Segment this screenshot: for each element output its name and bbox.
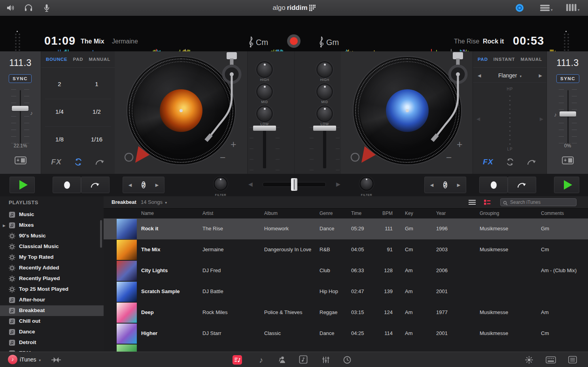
loop-cell-1-2[interactable]: 1/2 — [78, 108, 115, 117]
sidebar-item-chill-out[interactable]: Chill out — [0, 316, 104, 327]
volume-icon[interactable] — [6, 3, 15, 13]
table-row[interactable]: The MixJermaineDangerously In LoveR&B04:… — [104, 239, 588, 261]
bend-button-right[interactable] — [508, 177, 536, 193]
loop-cell-2[interactable]: 2 — [41, 81, 78, 89]
tab-genres-icon[interactable] — [321, 355, 331, 365]
eq-knob-low[interactable] — [318, 107, 332, 121]
table-row[interactable]: Rock itThe RiseHomeworkDance05:29111Gm19… — [104, 218, 588, 240]
tab-artists-icon[interactable] — [277, 355, 287, 365]
loop-decrease-button[interactable]: ◀ — [123, 183, 137, 188]
xy-pad[interactable] — [509, 96, 510, 145]
loop-icon[interactable] — [74, 157, 83, 167]
sidebar-item-classical-music[interactable]: Classical Music — [0, 241, 104, 252]
sidebar-item-edm[interactable]: EDM — [0, 348, 104, 352]
sidebar-item-mixes[interactable]: ▶Mixes — [0, 220, 104, 231]
list-view-icon[interactable] — [468, 199, 476, 205]
effect-next-button[interactable]: ▶ — [539, 73, 542, 78]
bend-icon[interactable] — [95, 158, 105, 166]
loop-increase-button[interactable]: ▶ — [150, 183, 164, 188]
tab-albums-icon[interactable] — [299, 355, 308, 365]
column-header-bpm[interactable]: BPM — [371, 209, 393, 218]
eq-knob-high[interactable] — [318, 62, 332, 77]
bend-icon[interactable] — [527, 158, 537, 166]
play-button-right[interactable] — [554, 177, 579, 193]
sidebar-scrollbar[interactable] — [100, 220, 102, 248]
record-button[interactable] — [287, 34, 301, 48]
tab-manual[interactable]: MANUAL — [89, 57, 110, 62]
brightness-icon[interactable] — [524, 355, 534, 365]
sidebar-item-recently-added[interactable]: Recently Added — [0, 263, 104, 273]
loop-cell-1-4[interactable]: 1/4 — [41, 108, 78, 117]
pitch-bend-minus-button[interactable]: − — [220, 153, 226, 161]
loop-cell-1-16[interactable]: 1/16 — [78, 136, 115, 145]
table-row[interactable]: HigherDJ StarrClassicDance04:25114Am2001… — [104, 323, 588, 344]
eq-knob-mid[interactable] — [257, 85, 272, 99]
mixer-view-icon[interactable]: ▾ — [566, 4, 582, 12]
loop-cell-1-8[interactable]: 1/8 — [41, 136, 78, 145]
sidebar-item-dance[interactable]: Dance — [0, 327, 104, 337]
volume-fader-right[interactable] — [313, 126, 336, 131]
eq-knob-low[interactable] — [257, 107, 272, 121]
column-header-name[interactable]: Name — [141, 209, 154, 218]
sync-button-right[interactable]: SYNC — [556, 74, 579, 83]
sidebar-item-detroit[interactable]: Detroit — [0, 337, 104, 348]
crossfader-handle[interactable] — [291, 178, 297, 191]
sidebar-item-recently-played[interactable]: Recently Played — [0, 273, 104, 284]
cue-button-right[interactable] — [479, 177, 508, 193]
loop-value[interactable]: 2 — [137, 181, 150, 189]
sync-button-left[interactable]: SYNC — [9, 74, 32, 83]
play-button-left[interactable] — [9, 177, 35, 193]
vinyl-disc-right[interactable] — [354, 57, 461, 164]
sidebar-item-music[interactable]: Music — [0, 209, 104, 220]
output-device-icon[interactable] — [15, 156, 26, 164]
tempo-slider-right[interactable] — [567, 90, 569, 143]
vinyl-disc-left[interactable] — [127, 57, 235, 164]
loop-icon[interactable] — [505, 157, 515, 167]
column-header-genre[interactable]: Genre — [320, 209, 333, 218]
tab-bounce[interactable]: BOUNCE — [46, 57, 68, 62]
loop-cell-1[interactable]: 1 — [78, 81, 115, 89]
column-header-comments[interactable]: Comments — [541, 209, 564, 218]
source-label[interactable]: iTunes ▾ — [20, 356, 41, 363]
loop-decrease-button[interactable]: ◀ — [425, 183, 439, 188]
tempo-slider-left[interactable] — [20, 90, 21, 143]
fx-tab-button[interactable]: FX — [51, 158, 61, 166]
tab-manual[interactable]: MANUAL — [520, 57, 542, 62]
sidebar-item-breakbeat[interactable]: Breakbeat — [0, 305, 104, 316]
tab-history-icon[interactable] — [342, 355, 352, 365]
table-row[interactable]: DeepRock MilesPolice & ThievesReggae03:1… — [104, 302, 588, 324]
effect-name[interactable]: Flanger ▾ — [473, 72, 547, 79]
table-row[interactable] — [104, 344, 588, 352]
fx-tab-button[interactable]: FX — [483, 158, 493, 166]
hardware-icon[interactable] — [51, 357, 61, 363]
queue-icon[interactable] — [568, 356, 577, 363]
pitch-bend-minus-button[interactable]: − — [446, 153, 452, 161]
keyboard-icon[interactable] — [546, 356, 556, 363]
sidebar-item-90-s-music[interactable]: 90's Music — [0, 231, 104, 241]
cue-button-left[interactable] — [53, 177, 81, 193]
pitch-bend-plus-button[interactable]: + — [457, 140, 463, 148]
filter-knob-right[interactable]: FILTER — [361, 178, 372, 190]
column-header-time[interactable]: Time — [351, 209, 361, 218]
library-song-count[interactable]: 14 Songs ▾ — [141, 199, 167, 205]
output-device-icon[interactable] — [562, 156, 574, 164]
disc-view-icon[interactable] — [515, 4, 524, 12]
column-header-year[interactable]: Year — [436, 209, 446, 218]
crossfader-right-arrow[interactable]: ▶ — [336, 181, 340, 187]
sidebar-item-after-hour[interactable]: After-hour — [0, 295, 104, 305]
column-header-key[interactable]: Key — [405, 209, 413, 218]
headphones-icon[interactable] — [24, 3, 33, 13]
loop-value[interactable]: 2 — [439, 181, 452, 189]
table-row[interactable]: City LightsDJ FredClub06:33128Am2006Am -… — [104, 260, 588, 282]
eq-knob-mid[interactable] — [318, 85, 332, 99]
artwork-view-icon[interactable] — [484, 199, 491, 205]
sidebar-item-my-top-rated[interactable]: My Top Rated — [0, 252, 104, 263]
tempo-slider-handle-left[interactable] — [12, 106, 28, 111]
itunes-icon[interactable]: ♪ — [8, 355, 17, 364]
filter-knob-left[interactable]: FILTER — [215, 178, 227, 190]
tab-instant[interactable]: INSTANT — [493, 57, 515, 62]
crossfader-left-arrow[interactable]: ◀ — [248, 181, 253, 187]
sidebar-item-top-25-most-played[interactable]: Top 25 Most Played — [0, 284, 104, 295]
tab-songs-icon[interactable]: ♪ — [256, 355, 266, 365]
column-header-album[interactable]: Album — [264, 209, 278, 218]
